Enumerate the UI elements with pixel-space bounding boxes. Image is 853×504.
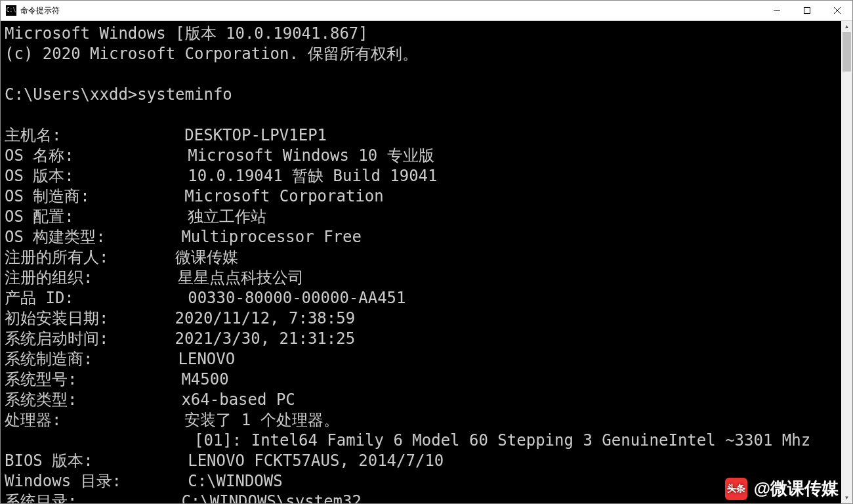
command-prompt-window: C:\ 命令提示符 Microsoft Windows [版本 10.0.190… xyxy=(0,0,853,504)
scroll-up-button[interactable]: ▲ xyxy=(841,21,852,32)
scroll-down-button[interactable]: ▼ xyxy=(841,492,852,503)
scroll-thumb[interactable] xyxy=(843,32,851,72)
cmd-icon: C:\ xyxy=(6,5,16,16)
svg-rect-0 xyxy=(804,8,810,14)
watermark-text: @微课传媒 xyxy=(754,477,839,500)
close-icon xyxy=(834,7,841,14)
client-area: Microsoft Windows [版本 10.0.19041.867] (c… xyxy=(1,21,852,503)
watermark-logo-icon: 头条 xyxy=(725,478,747,500)
close-button[interactable] xyxy=(822,1,852,20)
window-title: 命令提示符 xyxy=(20,5,60,16)
maximize-button[interactable] xyxy=(792,1,822,20)
watermark: 头条 @微课传媒 xyxy=(725,477,839,500)
vertical-scrollbar[interactable]: ▲ ▼ xyxy=(841,21,852,503)
terminal-output[interactable]: Microsoft Windows [版本 10.0.19041.867] (c… xyxy=(1,21,841,503)
minimize-button[interactable] xyxy=(762,1,792,20)
scroll-track[interactable] xyxy=(841,32,852,492)
maximize-icon xyxy=(804,7,810,14)
minimize-icon xyxy=(774,7,780,14)
titlebar[interactable]: C:\ 命令提示符 xyxy=(1,1,852,21)
